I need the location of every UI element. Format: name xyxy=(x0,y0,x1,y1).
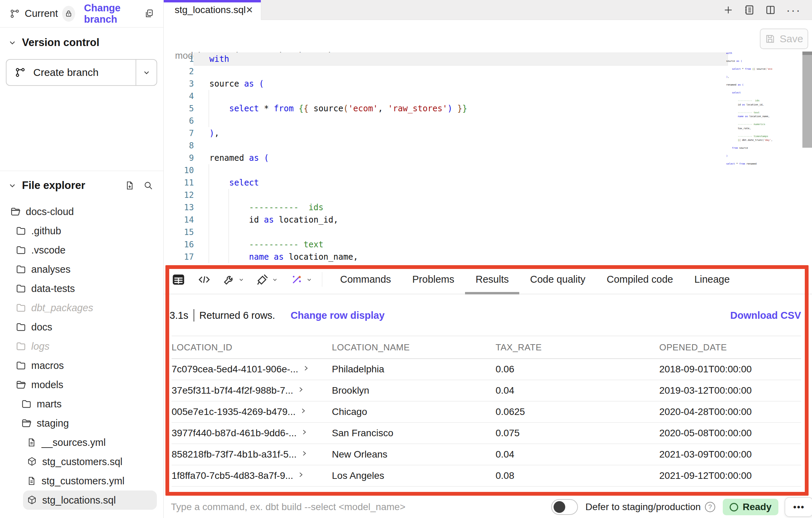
search-icon[interactable] xyxy=(143,181,153,190)
panel-tab-code-quality[interactable]: Code quality xyxy=(530,265,585,294)
code-line-6: 6 xyxy=(164,115,812,127)
line-number: 3 xyxy=(164,79,194,89)
build-icon[interactable] xyxy=(222,273,244,286)
file-tree-item--vscode[interactable]: .vscode xyxy=(12,240,163,260)
new-tab-icon[interactable] xyxy=(723,5,733,15)
help-icon[interactable]: ? xyxy=(705,502,715,512)
status-badge: Ready xyxy=(723,499,778,515)
chevron-down-icon xyxy=(238,277,244,283)
file-tree-label: logs xyxy=(31,341,49,352)
file-tree-item-dbt-packages[interactable]: dbt_packages xyxy=(12,298,163,317)
tab-stg-locations-sql[interactable]: stg_locations.sql ✕ xyxy=(164,0,261,20)
file-tree-item-analyses[interactable]: analyses xyxy=(12,260,163,279)
format-icon[interactable] xyxy=(256,273,278,286)
code-line-content[interactable] xyxy=(194,65,728,78)
file-tree-item-docs-cloud[interactable]: docs-cloud xyxy=(7,202,163,221)
close-icon[interactable]: ✕ xyxy=(246,5,253,15)
file-tree-item-models[interactable]: models xyxy=(12,375,163,394)
folder-open-icon xyxy=(10,206,21,217)
code-line-content[interactable]: id as location_id, xyxy=(194,214,728,226)
version-control-title: Version control xyxy=(22,36,100,49)
cell-location-name: Los Angeles xyxy=(332,470,496,481)
folder-icon xyxy=(16,264,26,274)
notebook-icon[interactable] xyxy=(744,4,755,15)
model-icon xyxy=(27,495,37,505)
line-number: 10 xyxy=(164,166,194,175)
save-button[interactable]: Save xyxy=(760,29,808,49)
code-line-content[interactable]: source as ( xyxy=(194,78,728,90)
split-pane-icon[interactable] xyxy=(765,4,776,15)
expand-cell-icon[interactable] xyxy=(297,386,304,393)
statusbar-more-button[interactable]: ••• xyxy=(785,497,812,517)
editor-scrollbar[interactable] xyxy=(802,52,812,148)
panel-tab-commands[interactable]: Commands xyxy=(340,265,391,294)
cell-location-id: 005e7e1c-1935-4269-b479... xyxy=(172,406,332,417)
panel-tab-lineage[interactable]: Lineage xyxy=(694,265,730,294)
code-line-content[interactable]: select xyxy=(194,177,728,189)
editor-minimap[interactable]: with source as ( select * from {{ source… xyxy=(726,52,772,170)
file-tree-item-staging[interactable]: staging xyxy=(18,414,163,433)
defer-toggle[interactable] xyxy=(551,499,578,515)
current-branch-label: Current xyxy=(25,8,58,19)
code-line-9: 9renamed as ( xyxy=(164,152,812,164)
column-header-opened_date: OPENED_DATE xyxy=(659,342,801,353)
panel-tab-compiled-code[interactable]: Compiled code xyxy=(607,265,673,294)
code-line-content[interactable] xyxy=(194,139,728,152)
branch-icon xyxy=(10,9,20,19)
file-tree-label: docs-cloud xyxy=(26,206,74,217)
create-branch-button[interactable]: Create branch xyxy=(6,59,157,86)
more-options-icon[interactable]: ··· xyxy=(786,4,801,16)
code-line-content[interactable] xyxy=(194,115,728,127)
code-line-content[interactable] xyxy=(194,226,728,238)
code-line-content[interactable]: name as location_name, xyxy=(194,251,728,263)
code-line-content[interactable] xyxy=(194,90,728,102)
code-editor[interactable]: models›staging›stg_locations.sql Save 1w… xyxy=(164,20,812,265)
code-line-content[interactable] xyxy=(194,164,728,177)
file-tree-item-stg-locations-sql[interactable]: stg_locations.sql xyxy=(23,491,157,510)
file-tree-item-marts[interactable]: marts xyxy=(18,394,163,414)
change-branch-link[interactable]: Change branch xyxy=(84,2,144,25)
editor-tabbar: stg_locations.sql ✕ ··· xyxy=(164,0,812,20)
download-csv-link[interactable]: Download CSV xyxy=(730,310,801,321)
command-input[interactable]: Type a command, ex. dbt build --select <… xyxy=(171,502,551,513)
create-branch-dropdown[interactable] xyxy=(136,60,156,85)
file-tree-item-docs[interactable]: docs xyxy=(12,317,163,337)
code-line-content[interactable]: with xyxy=(194,53,728,65)
file-tree-item-macros[interactable]: macros xyxy=(12,356,163,375)
chevron-down-icon[interactable] xyxy=(9,182,16,189)
chevron-down-icon[interactable] xyxy=(9,39,16,46)
copy-icon[interactable] xyxy=(144,9,154,19)
file-tree-item--sources-yml[interactable]: __sources.yml xyxy=(23,433,163,452)
code-line-content[interactable]: ---------- text xyxy=(194,238,728,251)
expand-cell-icon[interactable] xyxy=(301,450,308,457)
cell-location-name: Chicago xyxy=(332,406,496,417)
code-line-content[interactable] xyxy=(194,189,728,201)
expand-cell-icon[interactable] xyxy=(300,407,306,414)
panel-tab-problems[interactable]: Problems xyxy=(412,265,454,294)
panel-tab-results[interactable]: Results xyxy=(476,265,509,294)
file-tree-item-data-tests[interactable]: data-tests xyxy=(12,279,163,298)
code-line-content[interactable]: ), xyxy=(194,127,728,139)
code-line-12: 12 xyxy=(164,189,812,201)
file-tree-label: dbt_packages xyxy=(31,302,93,314)
file-tree-item--github[interactable]: .github xyxy=(12,221,163,240)
copilot-icon[interactable] xyxy=(290,273,312,286)
code-line-content[interactable]: select * from {{ source('ecom', 'raw_sto… xyxy=(194,102,728,115)
line-number: 16 xyxy=(164,240,194,249)
results-table-icon[interactable] xyxy=(171,272,186,287)
code-line-content[interactable]: ---------- ids xyxy=(194,201,728,214)
file-tree-item-stg-customers-yml[interactable]: stg_customers.yml xyxy=(23,471,163,491)
code-line-content[interactable]: renamed as ( xyxy=(194,152,728,164)
ready-circle-icon xyxy=(730,503,738,511)
expand-cell-icon[interactable] xyxy=(302,365,309,372)
file-tree-item-stg-customers-sql[interactable]: stg_customers.sql xyxy=(23,452,163,471)
expand-cell-icon[interactable] xyxy=(297,471,304,478)
line-number: 5 xyxy=(164,104,194,113)
new-file-icon[interactable] xyxy=(125,181,135,190)
change-row-display-link[interactable]: Change row display xyxy=(291,310,385,321)
file-tree-item-logs[interactable]: logs xyxy=(12,337,163,356)
code-line-8: 8 xyxy=(164,139,812,152)
code-icon[interactable] xyxy=(198,273,211,286)
code-line-14: 14 id as location_id, xyxy=(164,214,812,226)
expand-cell-icon[interactable] xyxy=(301,429,308,436)
